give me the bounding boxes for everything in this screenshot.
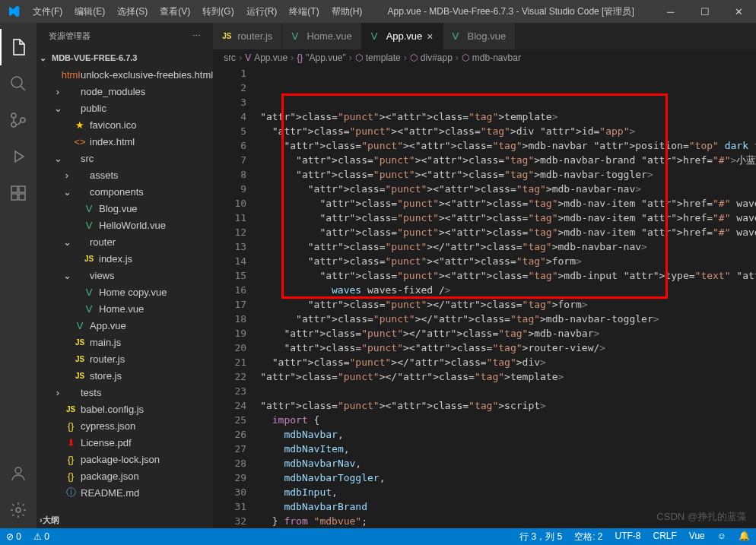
tree-row[interactable]: ⌄views: [37, 267, 213, 284]
editor-tab[interactable]: VApp.vue×: [362, 23, 443, 49]
breadcrumb-item[interactable]: "App.vue": [306, 52, 346, 63]
tree-row[interactable]: ⌄components: [37, 183, 213, 200]
tree-row[interactable]: ⌄src: [37, 150, 213, 166]
code-line[interactable]: "attr">class="punct"></"attr">class="tag…: [260, 312, 756, 326]
code-line[interactable]: "attr">class="punct"><"attr">class="tag"…: [260, 254, 756, 268]
close-icon[interactable]: ×: [427, 30, 433, 43]
tree-row[interactable]: ›tests: [37, 384, 213, 401]
tree-row[interactable]: ⌄router: [37, 233, 213, 250]
code-line[interactable]: "attr">class="punct"><"attr">class="tag"…: [260, 124, 756, 138]
status-errors[interactable]: ⊘ 0: [0, 531, 27, 542]
editor-tab[interactable]: VHome.vue: [282, 23, 361, 49]
minimize-button[interactable]: ─: [653, 0, 688, 23]
tree-row[interactable]: ⬇License.pdf: [37, 434, 213, 451]
status-encoding[interactable]: UTF-8: [608, 531, 646, 543]
code-line[interactable]: mdbInput,: [260, 485, 756, 499]
tree-row[interactable]: VApp.vue: [37, 317, 213, 334]
code-line[interactable]: "attr">class="punct"></"attr">class="tag…: [260, 239, 756, 254]
menu-item[interactable]: 帮助(H): [326, 5, 369, 18]
code-content[interactable]: "attr">class="punct"><"attr">class="tag"…: [260, 66, 756, 528]
editor-body[interactable]: 1234567891011121314151617181920212223242…: [213, 66, 756, 528]
account-icon[interactable]: [0, 455, 37, 492]
status-spaces[interactable]: 空格: 2: [568, 531, 608, 543]
tree-row[interactable]: VHome copy.vue: [37, 284, 213, 300]
extensions-icon[interactable]: [0, 175, 37, 211]
file-label: src: [81, 153, 94, 164]
search-icon[interactable]: [0, 65, 37, 102]
tree-row[interactable]: ⓘREADME.md: [37, 484, 213, 501]
debug-icon[interactable]: [0, 138, 37, 175]
code-line[interactable]: "attr">class="punct"></"attr">class="tag…: [260, 326, 756, 341]
code-line[interactable]: "attr">class="punct"></"attr">class="tag…: [260, 369, 756, 384]
status-eol[interactable]: CRLF: [646, 531, 682, 543]
code-line[interactable]: "attr">class="punct"><"attr">class="tag"…: [260, 211, 756, 225]
breadcrumb-item[interactable]: App.vue: [254, 52, 287, 63]
code-line[interactable]: [260, 384, 756, 398]
tree-row[interactable]: JSrouter.js: [37, 350, 213, 367]
tree-row[interactable]: ★favicon.ico: [37, 116, 213, 133]
tree-row[interactable]: {}cypress.json: [37, 417, 213, 434]
code-line[interactable]: mdbNavbarNav,: [260, 456, 756, 471]
breadcrumb[interactable]: src›VApp.vue›{}"App.vue"›⬡template›⬡div#…: [213, 49, 756, 66]
status-language[interactable]: Vue: [683, 531, 711, 543]
close-button[interactable]: ✕: [722, 0, 756, 23]
project-header[interactable]: ⌄ MDB-VUE-FREE-6.7.3: [37, 49, 213, 66]
maximize-button[interactable]: ☐: [688, 0, 722, 23]
code-line[interactable]: "attr">class="punct"><"attr">class="tag"…: [260, 225, 756, 239]
code-line[interactable]: "attr">class="punct"><"attr">class="tag"…: [260, 153, 756, 167]
outline-header[interactable]: › 大纲: [37, 512, 213, 528]
activity-bar: [0, 23, 37, 528]
menu-item[interactable]: 转到(G): [196, 5, 240, 18]
tree-row[interactable]: VHome.vue: [37, 300, 213, 317]
code-line[interactable]: mdbNavbarToggler,: [260, 471, 756, 485]
menu-item[interactable]: 选择(S): [111, 5, 154, 18]
code-line[interactable]: "attr">class="punct"></"attr">class="tag…: [260, 355, 756, 369]
tree-row[interactable]: {}package-lock.json: [37, 451, 213, 467]
source-control-icon[interactable]: [0, 102, 37, 138]
breadcrumb-item[interactable]: div#app: [421, 52, 453, 63]
code-line[interactable]: "attr">class="punct"><"attr">class="tag"…: [260, 109, 756, 124]
tree-row[interactable]: ⌄public: [37, 100, 213, 116]
status-warnings[interactable]: ⚠ 0: [27, 531, 56, 542]
tree-row[interactable]: VBlog.vue: [37, 200, 213, 217]
menu-item[interactable]: 终端(T): [283, 5, 325, 18]
code-line[interactable]: "attr">class="punct"><"attr">class="tag"…: [260, 196, 756, 211]
code-line[interactable]: "attr">class="punct"><"attr">class="tag"…: [260, 182, 756, 196]
editor-tab[interactable]: JSrouter.js: [213, 23, 282, 49]
tree-row[interactable]: ›node_modules: [37, 83, 213, 100]
breadcrumb-item[interactable]: src: [224, 52, 236, 63]
code-line[interactable]: "attr">class="punct"><"attr">class="tag"…: [260, 138, 756, 153]
breadcrumb-item[interactable]: mdb-navbar: [472, 52, 521, 63]
tree-row[interactable]: JSindex.js: [37, 250, 213, 267]
file-label: HelloWorld.vue: [99, 220, 166, 231]
menu-item[interactable]: 编辑(E): [68, 5, 111, 18]
tree-row[interactable]: JSmain.js: [37, 334, 213, 350]
tree-row[interactable]: ›assets: [37, 166, 213, 183]
tree-row[interactable]: JSbabel.config.js: [37, 401, 213, 417]
explorer-icon[interactable]: [0, 29, 37, 65]
tree-row[interactable]: htmlunlock-exclusive-freebies.html: [37, 66, 213, 83]
tree-row[interactable]: {}package.json: [37, 467, 213, 484]
code-line[interactable]: "attr">class="punct"><"attr">class="tag"…: [260, 167, 756, 182]
breadcrumb-item[interactable]: template: [366, 52, 401, 63]
tree-row[interactable]: <>index.html: [37, 133, 213, 150]
code-line[interactable]: mdbNavbar,: [260, 427, 756, 442]
status-feedback-icon[interactable]: ☺: [711, 531, 732, 543]
code-line[interactable]: "attr">class="punct"><"attr">class="tag"…: [260, 341, 756, 355]
code-line[interactable]: mdbNavItem,: [260, 442, 756, 456]
settings-icon[interactable]: [0, 492, 37, 528]
menu-item[interactable]: 文件(F): [27, 5, 68, 18]
editor-tab[interactable]: VBlog.vue: [443, 23, 516, 49]
tree-row[interactable]: VHelloWorld.vue: [37, 217, 213, 233]
code-line[interactable]: "attr">class="punct"><"attr">class="tag"…: [260, 268, 756, 283]
tree-row[interactable]: JSstore.js: [37, 367, 213, 384]
status-bell-icon[interactable]: 🔔: [732, 531, 756, 543]
more-icon[interactable]: ⋯: [192, 31, 201, 41]
code-line[interactable]: import {: [260, 413, 756, 427]
code-line[interactable]: waves waves-fixed />: [260, 283, 756, 297]
code-line[interactable]: "attr">class="punct"><"attr">class="tag"…: [260, 398, 756, 413]
menu-item[interactable]: 运行(R): [240, 5, 284, 18]
status-cursor-pos[interactable]: 行 3，列 5: [513, 531, 568, 543]
code-line[interactable]: "attr">class="punct"></"attr">class="tag…: [260, 297, 756, 312]
menu-item[interactable]: 查看(V): [154, 5, 196, 18]
